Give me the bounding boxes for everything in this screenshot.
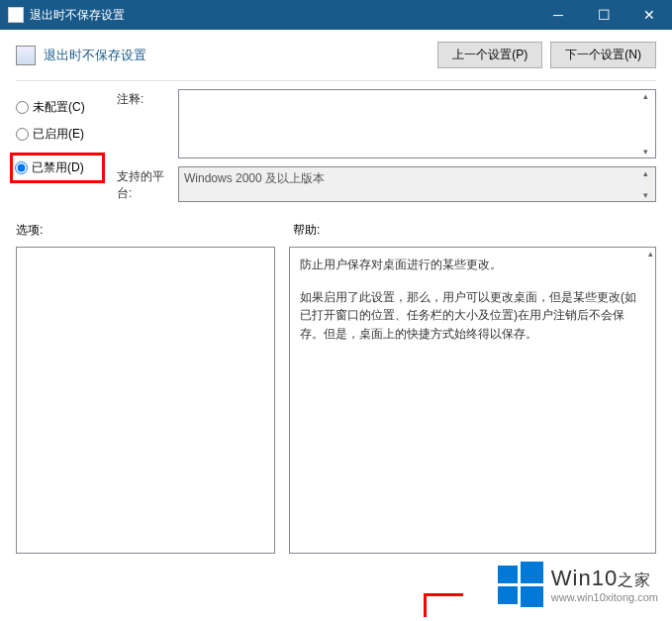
watermark: Win10之家 www.win10xitong.com	[498, 562, 658, 607]
window-controls: ─ ☐ ✕	[535, 0, 672, 30]
svg-rect-3	[521, 586, 543, 607]
highlight-fragment	[424, 593, 463, 617]
scroll-down-icon[interactable]: ▾	[638, 190, 653, 200]
panels-row: ▴ 防止用户保存对桌面进行的某些更改。 如果启用了此设置，那么，用户可以更改桌面…	[0, 243, 672, 562]
options-label: 选项:	[16, 222, 293, 239]
content-area: 退出时不保存设置 上一个设置(P) 下一个设置(N) 未配置(C) 已启用(E)…	[0, 30, 672, 562]
watermark-brand-suffix: 之家	[618, 571, 651, 588]
radio-column: 未配置(C) 已启用(E) 已禁用(D)	[16, 89, 105, 189]
platform-row: 支持的平台: Windows 2000 及以上版本 ▴ ▾	[117, 166, 656, 202]
scroll-up-icon[interactable]: ▴	[638, 91, 653, 101]
scroll-up-icon[interactable]: ▴	[638, 168, 653, 178]
svg-rect-0	[498, 566, 518, 583]
watermark-text: Win10之家 www.win10xitong.com	[551, 566, 658, 603]
policy-title: 退出时不保存设置	[44, 47, 437, 64]
platform-value: Windows 2000 及以上版本	[184, 171, 325, 185]
titlebar: 退出时不保存设置 ─ ☐ ✕	[0, 0, 672, 30]
radio-enabled-label: 已启用(E)	[33, 126, 84, 143]
svg-rect-2	[498, 586, 518, 604]
radio-enabled[interactable]: 已启用(E)	[16, 126, 105, 143]
radio-disabled[interactable]: 已禁用(D)	[15, 159, 98, 176]
next-setting-button[interactable]: 下一个设置(N)	[550, 42, 656, 68]
header-row: 退出时不保存设置 上一个设置(P) 下一个设置(N)	[0, 30, 672, 76]
radio-not-configured[interactable]: 未配置(C)	[16, 99, 105, 116]
radio-not-configured-input[interactable]	[16, 101, 29, 114]
radio-disabled-label: 已禁用(D)	[32, 159, 84, 176]
svg-rect-1	[521, 562, 543, 583]
platform-box: Windows 2000 及以上版本 ▴ ▾	[178, 166, 656, 202]
section-labels-row: 选项: 帮助:	[0, 210, 672, 243]
scroll-up-icon[interactable]: ▴	[648, 249, 653, 259]
comment-textarea[interactable]: ▴ ▾	[178, 89, 656, 158]
close-button[interactable]: ✕	[626, 0, 672, 30]
help-label: 帮助:	[293, 222, 320, 239]
help-paragraph-2: 如果启用了此设置，那么，用户可以更改桌面，但是某些更改(如已打开窗口的位置、任务…	[300, 288, 645, 344]
divider	[16, 80, 656, 81]
maximize-button[interactable]: ☐	[581, 0, 626, 30]
minimize-button[interactable]: ─	[535, 0, 581, 30]
radio-enabled-input[interactable]	[16, 128, 29, 141]
help-paragraph-1: 防止用户保存对桌面进行的某些更改。	[300, 256, 645, 274]
window-title: 退出时不保存设置	[30, 7, 535, 24]
platform-label: 支持的平台:	[117, 166, 178, 202]
options-panel	[16, 247, 275, 554]
radio-not-configured-label: 未配置(C)	[33, 99, 85, 116]
policy-icon	[16, 46, 36, 65]
prev-setting-button[interactable]: 上一个设置(P)	[437, 42, 542, 68]
comment-row: 注释: ▴ ▾	[117, 89, 656, 158]
windows-logo-icon	[498, 562, 543, 607]
comment-label: 注释:	[117, 89, 178, 158]
main-row: 未配置(C) 已启用(E) 已禁用(D) 注释: ▴ ▾	[0, 89, 672, 210]
app-icon	[8, 7, 24, 23]
help-panel: ▴ 防止用户保存对桌面进行的某些更改。 如果启用了此设置，那么，用户可以更改桌面…	[289, 247, 656, 554]
watermark-brand-main: Win10	[551, 566, 618, 590]
scroll-down-icon[interactable]: ▾	[638, 147, 653, 156]
nav-buttons: 上一个设置(P) 下一个设置(N)	[437, 42, 656, 68]
highlight-box: 已禁用(D)	[10, 153, 105, 183]
radio-disabled-input[interactable]	[15, 161, 28, 174]
watermark-url: www.win10xitong.com	[551, 591, 658, 603]
fields-column: 注释: ▴ ▾ 支持的平台: Windows 2000 及以上版本 ▴ ▾	[117, 89, 656, 210]
watermark-brand: Win10之家	[551, 566, 658, 591]
